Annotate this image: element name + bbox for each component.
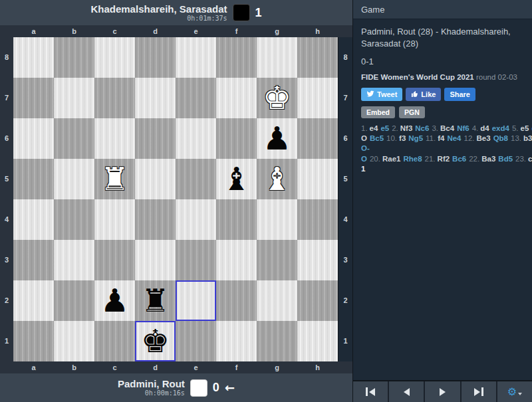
move-20-black[interactable]: Rhe8 bbox=[403, 155, 422, 163]
move-4-black[interactable]: exd4 bbox=[492, 124, 509, 132]
square-f4[interactable] bbox=[216, 199, 257, 240]
square-f5[interactable]: ♝ bbox=[216, 159, 257, 199]
square-f7[interactable] bbox=[216, 78, 257, 118]
square-b1[interactable] bbox=[54, 321, 94, 361]
square-a6[interactable] bbox=[13, 118, 54, 159]
move-13-white[interactable]: b3 bbox=[523, 134, 532, 142]
square-c3[interactable] bbox=[94, 240, 135, 280]
square-e6[interactable] bbox=[176, 118, 216, 159]
like-button[interactable]: Like bbox=[406, 88, 441, 101]
tab-game[interactable]: Game bbox=[353, 0, 532, 19]
square-h6[interactable] bbox=[297, 118, 338, 159]
square-e8[interactable] bbox=[176, 37, 216, 78]
black-bishop[interactable]: ♝ bbox=[216, 159, 257, 199]
square-e3[interactable] bbox=[176, 240, 216, 280]
move-3-black[interactable]: Nf6 bbox=[457, 124, 469, 132]
square-b3[interactable] bbox=[54, 240, 94, 280]
square-h2[interactable] bbox=[297, 280, 338, 321]
square-b4[interactable] bbox=[54, 199, 94, 240]
move-2-white[interactable]: Nf3 bbox=[400, 124, 413, 132]
move-12-black[interactable]: Qb8 bbox=[493, 134, 508, 142]
square-f8[interactable] bbox=[216, 37, 257, 78]
settings-button[interactable]: ⚙ bbox=[497, 381, 532, 402]
square-d7[interactable] bbox=[135, 78, 176, 118]
square-a4[interactable] bbox=[13, 199, 54, 240]
square-a7[interactable] bbox=[13, 78, 54, 118]
move-21-white[interactable]: Rf2 bbox=[438, 155, 450, 163]
move-3-white[interactable]: Bc4 bbox=[440, 124, 454, 132]
black-rook[interactable]: ♜ bbox=[135, 280, 176, 321]
previous-move-button[interactable] bbox=[389, 381, 425, 402]
move-20-white[interactable]: Rae1 bbox=[382, 155, 401, 163]
pgn-button[interactable]: PGN bbox=[399, 106, 425, 118]
square-d4[interactable] bbox=[135, 199, 176, 240]
move-23-white[interactable]: c4 bbox=[528, 155, 532, 163]
move-10-black[interactable]: Ng5 bbox=[408, 134, 423, 142]
square-a5[interactable] bbox=[13, 159, 54, 199]
square-e2[interactable] bbox=[176, 280, 216, 321]
square-d3[interactable] bbox=[135, 240, 176, 280]
move-1-black[interactable]: e5 bbox=[380, 124, 389, 132]
square-c2[interactable]: ♟ bbox=[94, 280, 135, 321]
square-b2[interactable] bbox=[54, 280, 94, 321]
black-king[interactable]: ♚ bbox=[135, 321, 176, 361]
white-bishop[interactable]: ♝ bbox=[257, 159, 297, 199]
square-a8[interactable] bbox=[13, 37, 54, 78]
square-g6[interactable]: ♟ bbox=[257, 118, 297, 159]
go-to-end-button[interactable] bbox=[462, 381, 497, 402]
square-c6[interactable] bbox=[94, 118, 135, 159]
go-to-start-button[interactable] bbox=[353, 381, 389, 402]
square-e7[interactable] bbox=[176, 78, 216, 118]
square-f6[interactable] bbox=[216, 118, 257, 159]
square-g1[interactable] bbox=[257, 321, 297, 361]
square-b5[interactable] bbox=[54, 159, 94, 199]
square-c8[interactable] bbox=[94, 37, 135, 78]
move-11-white[interactable]: f4 bbox=[438, 134, 444, 142]
move-22-white[interactable]: Ba3 bbox=[481, 155, 495, 163]
square-d1[interactable]: ♚ bbox=[135, 321, 176, 361]
square-g4[interactable] bbox=[257, 199, 297, 240]
square-g2[interactable] bbox=[257, 280, 297, 321]
square-b8[interactable] bbox=[54, 37, 94, 78]
move-10-white[interactable]: f3 bbox=[399, 134, 406, 142]
square-b6[interactable] bbox=[54, 118, 94, 159]
square-h7[interactable] bbox=[297, 78, 338, 118]
square-c1[interactable] bbox=[94, 321, 135, 361]
square-c7[interactable] bbox=[94, 78, 135, 118]
square-h3[interactable] bbox=[297, 240, 338, 280]
square-e1[interactable] bbox=[176, 321, 216, 361]
tweet-button[interactable]: Tweet bbox=[361, 88, 402, 101]
move-12-white[interactable]: Be3 bbox=[477, 134, 491, 142]
square-f1[interactable] bbox=[216, 321, 257, 361]
move-4-white[interactable]: d4 bbox=[480, 124, 489, 132]
square-d6[interactable] bbox=[135, 118, 176, 159]
square-a1[interactable] bbox=[13, 321, 54, 361]
square-b7[interactable] bbox=[54, 78, 94, 118]
move-2-black[interactable]: Nc6 bbox=[415, 124, 429, 132]
square-g8[interactable] bbox=[257, 37, 297, 78]
move-21-black[interactable]: Bc6 bbox=[452, 155, 466, 163]
white-king[interactable]: ♚ bbox=[257, 78, 297, 118]
square-d2[interactable]: ♜ bbox=[135, 280, 176, 321]
move-9-black[interactable]: Bc5 bbox=[370, 134, 384, 142]
move-22-black[interactable]: Bd5 bbox=[498, 155, 513, 163]
move-5-white[interactable]: e5 bbox=[520, 124, 529, 132]
square-h5[interactable] bbox=[297, 159, 338, 199]
square-e5[interactable] bbox=[176, 159, 216, 199]
square-d5[interactable] bbox=[135, 159, 176, 199]
square-h1[interactable] bbox=[297, 321, 338, 361]
square-d8[interactable] bbox=[135, 37, 176, 78]
square-a3[interactable] bbox=[13, 240, 54, 280]
square-g3[interactable] bbox=[257, 240, 297, 280]
next-move-button[interactable] bbox=[425, 381, 461, 402]
square-c4[interactable] bbox=[94, 199, 135, 240]
embed-button[interactable]: Embed bbox=[361, 106, 395, 118]
square-a2[interactable] bbox=[13, 280, 54, 321]
square-g7[interactable]: ♚ bbox=[257, 78, 297, 118]
move-11-black[interactable]: Ne4 bbox=[447, 134, 461, 142]
black-pawn[interactable]: ♟ bbox=[94, 280, 135, 321]
square-e4[interactable] bbox=[176, 199, 216, 240]
square-h4[interactable] bbox=[297, 199, 338, 240]
square-h8[interactable] bbox=[297, 37, 338, 78]
chess-board[interactable]: ♚♟♜♝♝♟♜♚ bbox=[13, 37, 338, 361]
